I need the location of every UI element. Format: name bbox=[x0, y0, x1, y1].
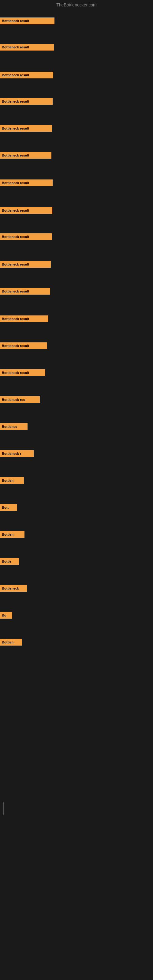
bottleneck-result-bar[interactable]: Bottleneck r bbox=[0, 450, 33, 457]
bottleneck-result-bar[interactable]: Bo bbox=[0, 612, 12, 619]
bottleneck-result-bar[interactable]: Bottleneck result bbox=[0, 98, 53, 105]
bottleneck-result-bar[interactable]: Bottlen bbox=[0, 477, 24, 484]
bottleneck-result-bar[interactable]: Bottleneck result bbox=[0, 315, 48, 322]
bottleneck-result-bar[interactable]: Bottleneck result bbox=[0, 261, 51, 268]
bottleneck-result-bar[interactable]: Bottleneck result bbox=[0, 44, 54, 51]
bottleneck-result-bar[interactable]: Bottleneck result bbox=[0, 342, 47, 349]
bottleneck-result-bar[interactable]: Bottleneck result bbox=[0, 207, 52, 214]
bottleneck-result-bar[interactable]: Bottleneck result bbox=[0, 72, 53, 78]
bottleneck-result-bar[interactable]: Bottleneck bbox=[0, 585, 27, 592]
bottleneck-result-bar[interactable]: Bottleneck result bbox=[0, 233, 52, 240]
bottleneck-result-bar[interactable]: Bottleneck result bbox=[0, 180, 53, 186]
bottleneck-result-bar[interactable]: Bottleneck res bbox=[0, 396, 40, 403]
bottleneck-result-bar[interactable]: Bottleneck result bbox=[0, 369, 45, 376]
cursor-line bbox=[3, 802, 4, 815]
bottleneck-result-bar[interactable]: Bottlen bbox=[0, 531, 24, 538]
bottleneck-result-bar[interactable]: Bottleneck result bbox=[0, 152, 51, 159]
bottleneck-result-bar[interactable]: Bott bbox=[0, 504, 17, 511]
site-title: TheBottlenecker.com bbox=[0, 2, 153, 7]
bottleneck-result-bar[interactable]: Bottleneck result bbox=[0, 18, 54, 24]
bottleneck-result-bar[interactable]: Bottlen bbox=[0, 639, 22, 646]
bottleneck-result-bar[interactable]: Bottlenec bbox=[0, 423, 27, 430]
bottleneck-result-bar[interactable]: Bottleneck result bbox=[0, 125, 52, 132]
bottleneck-result-bar[interactable]: Bottleneck result bbox=[0, 288, 50, 294]
bottleneck-result-bar[interactable]: Bottle bbox=[0, 558, 19, 565]
